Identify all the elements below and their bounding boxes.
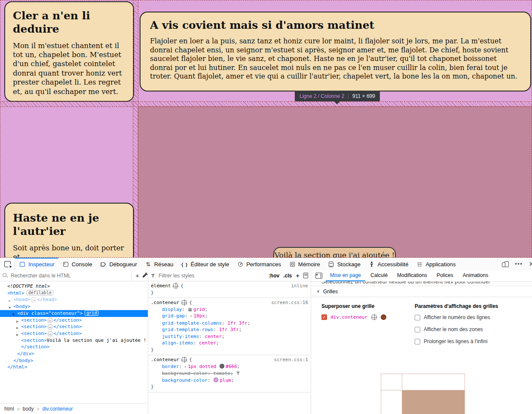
tab-editeur-de-style[interactable]: { }Éditeur de style [177, 258, 233, 270]
tree-node[interactable]: </section> [0, 344, 148, 350]
open-brace: { [180, 283, 183, 289]
sidebar-tab-animations[interactable]: Animations [459, 270, 492, 281]
tag-token: <section> [21, 331, 47, 336]
tree-node[interactable]: </body> [0, 357, 148, 364]
tab-console[interactable]: Console [58, 258, 96, 270]
tag-token: </head> [37, 297, 57, 302]
tab-memoire[interactable]: Mémoire [285, 258, 324, 270]
close-icon[interactable]: ✕ [529, 260, 532, 268]
sidebar-tab-mise-en-page[interactable]: Mise en page [326, 270, 365, 281]
css-declaration[interactable]: grid-template-rows: 1fr 3fr; [151, 326, 308, 333]
css-declaration[interactable]: display: ▦grid; [151, 306, 308, 313]
css-declaration[interactable]: background-color: plum; [151, 377, 308, 384]
highlight-target-icon[interactable] [182, 300, 187, 305]
property-value: tomato [213, 371, 230, 376]
stylesheet-link[interactable]: screen.css:1 [274, 356, 308, 363]
tab-inspecteur[interactable]: Inspecteur [15, 258, 58, 270]
search-input[interactable] [10, 272, 128, 279]
checkbox[interactable] [415, 327, 420, 332]
grid-setting-afficher-le-numero-des-lignes: Afficher le numéro des lignes [415, 314, 528, 320]
tree-node[interactable]: <html>défilable [0, 290, 148, 297]
css-declaration[interactable]: align-items: center; [151, 340, 308, 347]
grid-highlighter-icon[interactable]: ▦ [188, 307, 192, 312]
responsive-design-icon[interactable] [502, 261, 509, 267]
highlight-target-icon[interactable] [173, 283, 178, 288]
rule-selector[interactable]: .conteneur [151, 299, 179, 306]
css-declaration[interactable]: justify-items: center; [151, 333, 308, 340]
pseudo-class-toggle[interactable]: :hov [269, 273, 279, 279]
add-rule-icon[interactable]: + [296, 272, 300, 279]
card-avis: A vis covient mais si d'amors matinet Fl… [140, 12, 531, 91]
stylesheet-link[interactable]: inline [291, 283, 308, 289]
tab-label: Réseau [154, 261, 174, 268]
collapsed-ellipsis[interactable]: … [48, 324, 52, 329]
filter-icon [151, 274, 155, 278]
print-media-icon[interactable] [303, 273, 308, 278]
tree-node[interactable]: ▶<section>…</section> [0, 317, 148, 324]
sidebar-toggle[interactable] [313, 270, 325, 281]
sidebar-tab-polices[interactable]: Polices [432, 270, 458, 281]
sidebar-tab-modifications[interactable]: Modifications [393, 270, 431, 281]
overridden-filter-icon[interactable] [236, 371, 240, 375]
tree-node[interactable]: <section>Voilà la section que j'ai ajout… [0, 337, 148, 344]
tree-node[interactable]: ▶<section>…</section> [0, 323, 148, 330]
grid-badge[interactable]: grid [85, 310, 98, 316]
css-declaration[interactable]: grid-template-columns: 1fr 3fr; [151, 320, 308, 327]
storage-icon [328, 261, 335, 268]
css-declaration[interactable]: grid-gap: ▶10px; [151, 313, 308, 320]
stylesheet-link[interactable]: screen.css:16 [271, 299, 308, 306]
grid-color-swatch[interactable] [381, 314, 386, 320]
expander-closed-icon[interactable]: ▶ [185, 364, 187, 371]
tree-node[interactable]: ▶<head>…</head> [0, 296, 148, 303]
network-icon: ⇅ [145, 261, 152, 268]
tree-node[interactable]: ▼<div class="conteneur">grid [0, 310, 148, 317]
tab-debogueur[interactable]: Débogueur [96, 258, 141, 270]
tab-reseau[interactable]: ⇅Réseau [141, 258, 177, 270]
collapsed-ellipsis[interactable]: … [31, 297, 36, 302]
tree-node[interactable]: </html> [0, 364, 148, 371]
tree-node[interactable]: ▼<body> [0, 303, 148, 310]
filter-styles-input[interactable] [158, 272, 266, 279]
tree-node[interactable]: ▶<section>…</section> [0, 330, 148, 337]
css-declaration[interactable]: border: ▶1px dotted #666; [151, 363, 308, 371]
colon: : [213, 327, 219, 332]
tree-node[interactable]: </div> [0, 350, 148, 357]
sidebar-tab-calcule[interactable]: Calculé [366, 270, 392, 281]
element-picker-button[interactable] [0, 258, 15, 270]
breadcrumb-item[interactable]: div.conteneur [42, 406, 73, 412]
tree-node[interactable]: <!DOCTYPE html> [0, 283, 148, 290]
grid-column-gap [133, 0, 138, 258]
color-swatch[interactable] [220, 364, 224, 368]
collapsed-ellipsis[interactable]: … [48, 318, 52, 323]
highlight-target-icon[interactable] [182, 357, 187, 362]
colon: : [208, 371, 213, 376]
open-brace: { [189, 299, 192, 306]
class-toggle[interactable]: .cls [283, 273, 292, 279]
meatball-menu-icon[interactable]: ••• [515, 261, 523, 267]
scrollable-badge[interactable]: défilable [27, 290, 53, 295]
minimap-highlighted-cell[interactable] [402, 390, 465, 414]
expander-closed-icon[interactable]: ▶ [190, 313, 192, 320]
collapsed-ellipsis[interactable]: … [48, 331, 52, 336]
breadcrumb-item[interactable]: html [4, 406, 14, 412]
rule-selector[interactable]: .conteneur [151, 356, 179, 363]
color-swatch[interactable] [214, 377, 218, 382]
close-brace-line: } [151, 347, 308, 353]
grid-overlay-item: ✓ div.conteneur [321, 314, 412, 320]
tab-accessibilite[interactable]: Accessibilité [364, 258, 413, 270]
tab-performances[interactable]: Performances [233, 258, 285, 270]
tab-stockage[interactable]: Stockage [324, 258, 364, 270]
rule-selector[interactable]: élément [151, 283, 171, 289]
checkbox[interactable] [415, 315, 420, 320]
eyedropper-icon[interactable] [142, 274, 147, 278]
close-brace: } [151, 347, 154, 353]
css-declaration[interactable]: background-color: tomato; [151, 370, 308, 377]
highlight-target-icon[interactable] [372, 315, 376, 320]
tab-applications[interactable]: Applications [412, 258, 459, 270]
breadcrumb-item[interactable]: body [23, 406, 34, 412]
checkbox[interactable] [415, 339, 420, 344]
add-node-icon[interactable]: + [135, 272, 139, 279]
grid-overlay-checkbox[interactable]: ✓ [321, 314, 327, 320]
grids-section-header[interactable]: ▼ Grilles [311, 286, 532, 297]
grid-overlay-label[interactable]: div.conteneur [330, 314, 367, 320]
